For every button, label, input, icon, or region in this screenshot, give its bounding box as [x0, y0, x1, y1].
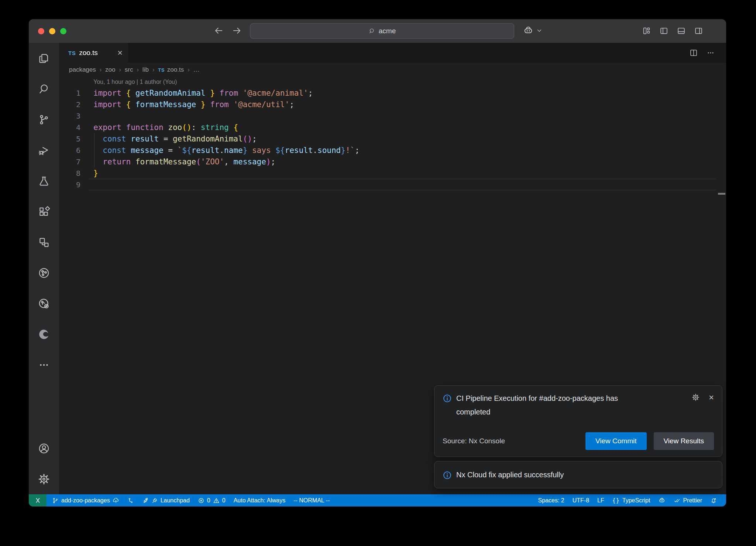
nx-cloud-icon: [38, 297, 50, 310]
status-git-graph[interactable]: [123, 494, 138, 506]
tab-bar: TS zoo.ts ×: [59, 43, 726, 63]
files-icon: [38, 52, 50, 65]
view-results-button[interactable]: View Results: [654, 432, 714, 450]
line-number: 1: [59, 89, 80, 98]
toggle-primary-sidebar-icon[interactable]: [659, 26, 669, 35]
chevron-right-icon: ›: [119, 66, 121, 73]
code-text: export function zoo(): string {: [80, 123, 238, 132]
copilot-icon: [523, 25, 534, 36]
breadcrumb-item[interactable]: packages: [69, 66, 96, 74]
search-icon: [38, 83, 50, 95]
breadcrumb-item[interactable]: zoo: [105, 66, 115, 74]
indent-guide: [94, 156, 94, 167]
notification-settings-gear-icon[interactable]: [691, 393, 700, 402]
rocket-icon: [142, 497, 149, 504]
tab-zoo-ts[interactable]: TS zoo.ts ×: [59, 43, 128, 63]
status-eol[interactable]: LF: [593, 494, 608, 506]
sidebar-item-settings[interactable]: [29, 464, 59, 494]
remote-indicator[interactable]: [29, 494, 47, 506]
code-line[interactable]: 3: [59, 110, 726, 122]
line-number: 5: [59, 134, 80, 143]
git-branch-icon: [52, 497, 59, 504]
sidebar-item-edge-browser[interactable]: [29, 319, 59, 349]
breadcrumb-tail[interactable]: …: [193, 66, 200, 74]
sidebar-item-source-control[interactable]: [29, 104, 59, 135]
split-editor-icon[interactable]: [689, 48, 698, 57]
status-language[interactable]: {} TypeScript: [608, 494, 654, 506]
back-arrow-icon[interactable]: [213, 25, 224, 36]
code-lines: 1import { getRandomAnimal } from '@acme/…: [59, 87, 726, 190]
info-icon: [443, 394, 452, 403]
sidebar-item-remote-explorer[interactable]: [29, 227, 59, 257]
status-notifications-bell[interactable]: [706, 494, 721, 506]
debug-icon: [38, 144, 50, 157]
line-number: 6: [59, 146, 80, 155]
sidebar-item-testing[interactable]: [29, 165, 59, 196]
braces-icon: {}: [612, 497, 620, 504]
breadcrumb-item[interactable]: lib: [142, 66, 149, 74]
code-line[interactable]: 7 return formatMessage('ZOO', message);: [59, 156, 726, 167]
sidebar-item-nx-cloud[interactable]: [29, 288, 59, 319]
chevron-right-icon: ›: [152, 66, 154, 73]
copilot-menu[interactable]: [523, 25, 543, 36]
breadcrumb-file[interactable]: TS zoo.ts: [158, 66, 184, 74]
indent-guide: [94, 144, 94, 156]
tab-close-icon[interactable]: ×: [117, 48, 123, 57]
cloud-upload-icon: [113, 497, 119, 504]
sidebar-item-extensions[interactable]: [29, 196, 59, 227]
customize-layout-icon[interactable]: [642, 26, 651, 35]
git-blame-annotation: You, 1 hour ago | 1 author (You): [59, 77, 726, 87]
line-number: 7: [59, 157, 80, 166]
notification-close-icon[interactable]: ×: [709, 393, 714, 402]
code-text: const result = getRandomAnimal();: [80, 134, 257, 143]
search-value: acme: [379, 27, 396, 35]
code-line[interactable]: 5 const result = getRandomAnimal();: [59, 133, 726, 144]
code-line[interactable]: 4export function zoo(): string {: [59, 122, 726, 133]
status-auto-attach[interactable]: Auto Attach: Always: [230, 494, 290, 506]
command-center-search[interactable]: acme: [250, 23, 514, 39]
sidebar-item-more[interactable]: [29, 349, 59, 380]
notification-toast-ci-pipeline: CI Pipeline Execution for #add-zoo-packa…: [434, 385, 722, 457]
breadcrumb: packages› zoo› src› lib› TS zoo.ts › …: [59, 63, 726, 77]
status-formatter[interactable]: Prettier: [670, 494, 706, 506]
status-branch[interactable]: add-zoo-packages: [48, 494, 123, 506]
code-line[interactable]: 6 const message = `${result.name} says $…: [59, 144, 726, 156]
desktop: acme: [0, 0, 756, 546]
overview-ruler-cursor-mark: [718, 193, 725, 195]
minimize-window-button[interactable]: [49, 28, 55, 34]
more-actions-icon[interactable]: [706, 48, 715, 57]
code-line[interactable]: 9: [59, 179, 726, 190]
sidebar-item-search[interactable]: [29, 74, 59, 104]
notification-title: CI Pipeline Execution for #add-zoo-packa…: [456, 392, 648, 419]
forward-arrow-icon[interactable]: [232, 25, 242, 36]
search-icon: [368, 27, 376, 35]
status-launchpad[interactable]: Launchpad: [138, 494, 194, 506]
notification-source: Source: Nx Console: [443, 437, 505, 445]
toggle-panel-icon[interactable]: [677, 26, 686, 35]
edge-browser-icon: [38, 328, 50, 341]
code-text: const message = `${result.name} says ${r…: [80, 146, 360, 155]
code-line[interactable]: 2import { formatMessage } from '@acme/ut…: [59, 99, 726, 110]
copilot-icon: [658, 497, 666, 504]
sidebar-item-explorer[interactable]: [29, 43, 59, 74]
toggle-secondary-sidebar-icon[interactable]: [694, 26, 703, 35]
status-copilot[interactable]: [654, 494, 670, 506]
sidebar-item-run-and-debug[interactable]: [29, 135, 59, 165]
code-text: import { getRandomAnimal } from '@acme/a…: [80, 89, 313, 98]
chevron-right-icon: ›: [100, 66, 102, 73]
remote-indicator-icon: [34, 497, 41, 504]
sidebar-item-nx-console[interactable]: [29, 257, 59, 288]
plug-icon: [151, 497, 158, 504]
code-line[interactable]: 8}: [59, 167, 726, 179]
line-number: 3: [59, 112, 80, 120]
close-window-button[interactable]: [38, 28, 44, 34]
status-encoding[interactable]: UTF-8: [568, 494, 593, 506]
status-problems[interactable]: 0 0: [194, 494, 230, 506]
status-indentation[interactable]: Spaces: 2: [534, 494, 568, 506]
breadcrumb-item[interactable]: src: [125, 66, 133, 74]
sidebar-item-accounts[interactable]: [29, 433, 59, 464]
zoom-window-button[interactable]: [60, 28, 66, 34]
code-line[interactable]: 1import { getRandomAnimal } from '@acme/…: [59, 87, 726, 99]
view-commit-button[interactable]: View Commit: [585, 432, 647, 450]
status-vim-mode[interactable]: -- NORMAL --: [289, 494, 334, 506]
